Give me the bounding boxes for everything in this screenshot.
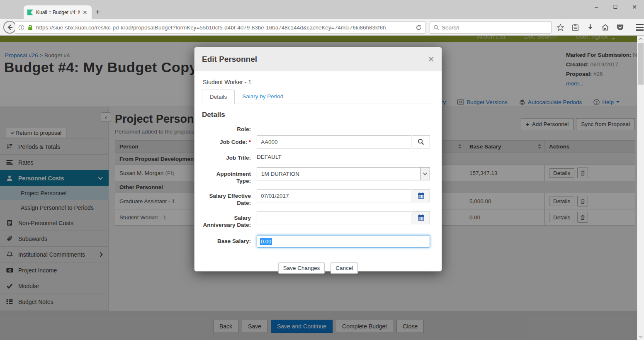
navbar-icons <box>556 21 644 34</box>
kuali-favicon-icon <box>27 9 34 16</box>
salary-anniversary-date-label: Salary Anniversary Date: <box>202 211 257 228</box>
reload-button[interactable] <box>412 22 425 33</box>
salary-effective-date-label: Salary Effective Date: <box>202 189 257 206</box>
salary-effective-date-input[interactable] <box>257 189 411 202</box>
salary-anniversary-date-calendar-button[interactable] <box>412 211 430 224</box>
url-text[interactable]: https://siue-sbx.kuali.co/res/kc-pd-krad… <box>36 24 412 31</box>
base-salary-input[interactable]: 0.00 <box>257 235 430 248</box>
appointment-type-label: Appointment Type: <box>202 167 257 185</box>
dialog-tabs: Details Salary by Period <box>202 90 434 104</box>
page-info-icon[interactable] <box>15 24 27 31</box>
home-icon[interactable] <box>600 21 610 34</box>
search-bar[interactable] <box>430 21 552 34</box>
dialog-header: Edit Personnel ✕ <box>194 47 442 71</box>
tab-title: Kuali :: Budget #4: My Budg <box>36 10 80 15</box>
save-changes-button[interactable]: Save Changes <box>278 262 325 274</box>
tab-close-icon[interactable]: ✕ <box>83 10 87 15</box>
dialog-subject: Student Worker - 1 <box>203 79 434 85</box>
role-value <box>257 126 430 133</box>
menu-hamburger-icon[interactable] <box>635 21 644 34</box>
window-close-button[interactable]: ✕ <box>625 0 644 14</box>
tab-salary-by-period[interactable]: Salary by Period <box>235 90 291 104</box>
edit-personnel-dialog: Edit Personnel ✕ Student Worker - 1 Deta… <box>194 47 442 272</box>
tab-details[interactable]: Details <box>202 90 235 104</box>
chevron-down-icon <box>420 168 430 180</box>
search-icon <box>433 24 439 30</box>
dialog-title: Edit Personnel <box>202 55 428 64</box>
cancel-button[interactable]: Cancel <box>331 262 358 274</box>
pocket-icon[interactable] <box>615 21 625 34</box>
https-lock-icon <box>27 24 36 31</box>
browser-titlebar: Kuali :: Budget #4: My Budg ✕ + – ☐ ✕ <box>0 0 644 19</box>
selected-text: 0.00 <box>260 238 272 245</box>
appointment-type-select[interactable]: 1M DURATION <box>257 167 430 180</box>
window-controls: – ☐ ✕ <box>587 0 644 14</box>
details-section-heading: Details <box>202 111 434 119</box>
browser-navbar: https://siue-sbx.kuali.co/res/kc-pd-krad… <box>0 19 644 36</box>
job-title-value: DEFAULT <box>257 153 282 160</box>
url-bar[interactable]: https://siue-sbx.kuali.co/res/kc-pd-krad… <box>15 21 425 34</box>
scrollbar-thumb[interactable] <box>638 43 644 85</box>
salary-anniversary-date-input[interactable] <box>257 211 411 224</box>
job-code-label: Job Code: * <box>202 135 257 148</box>
back-button[interactable] <box>3 21 16 34</box>
scroll-down-icon[interactable] <box>637 333 644 340</box>
reading-list-icon[interactable] <box>571 21 580 34</box>
new-tab-button[interactable]: + <box>95 7 100 17</box>
maximize-button[interactable]: ☐ <box>606 0 625 14</box>
dialog-body: Student Worker - 1 Details Salary by Per… <box>194 71 442 284</box>
screen: Kuali :: Budget #4: My Budg ✕ + – ☐ ✕ ht… <box>0 0 644 340</box>
required-asterisk: * <box>249 139 251 145</box>
dialog-close-icon[interactable]: ✕ <box>428 55 434 64</box>
bookmark-star-icon[interactable] <box>556 21 565 34</box>
job-code-input[interactable] <box>257 135 411 148</box>
base-salary-label: Base Salary: <box>202 235 257 248</box>
salary-effective-date-calendar-button[interactable] <box>412 189 430 202</box>
search-input[interactable] <box>442 24 548 31</box>
scroll-up-icon[interactable] <box>637 36 644 42</box>
page-scrollbar[interactable] <box>637 36 644 340</box>
job-title-label: Job Title: <box>202 153 257 161</box>
browser-tab[interactable]: Kuali :: Budget #4: My Budg ✕ <box>24 5 92 19</box>
job-code-lookup-button[interactable] <box>412 135 430 148</box>
role-label: Role: <box>202 126 257 133</box>
downloads-icon[interactable] <box>586 21 595 34</box>
minimize-button[interactable]: – <box>587 0 606 14</box>
